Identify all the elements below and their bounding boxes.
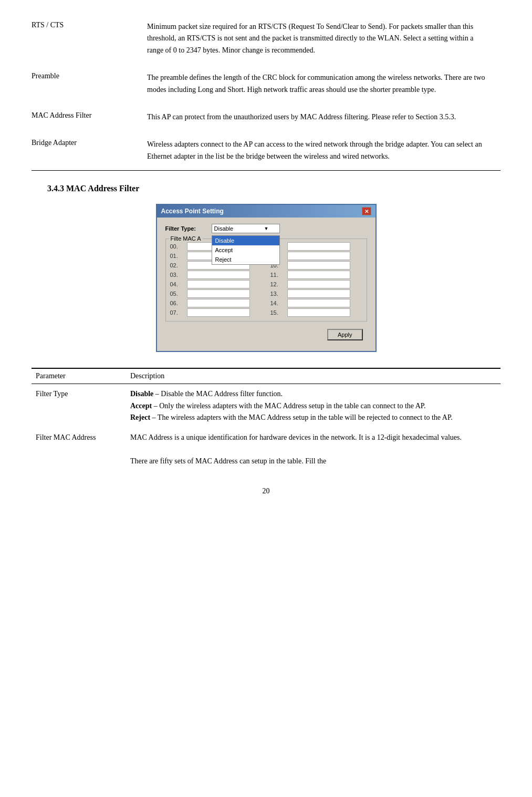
mac-label-00: 00. bbox=[170, 243, 185, 250]
filter-type-accept-bold: Accept bbox=[130, 402, 152, 410]
mac-label-03: 03. bbox=[170, 272, 185, 278]
section-heading: 3.4.3 MAC Address Filter bbox=[47, 184, 500, 193]
filter-type-accept-text: – Only the wireless adapters with the MA… bbox=[154, 402, 426, 410]
param-table-header-row: Parameter Description bbox=[32, 368, 500, 384]
mac-input-13[interactable] bbox=[287, 289, 350, 298]
mac-label-11: 11. bbox=[270, 272, 285, 278]
mac-row-09: 09. bbox=[270, 252, 362, 260]
mac-label-04: 04. bbox=[170, 281, 185, 287]
filter-type-row: Filter Type: Disable ▼ Disable Accept Re… bbox=[165, 224, 367, 233]
mac-row-13: 13. bbox=[270, 289, 362, 298]
dropdown-item-disable[interactable]: Disable bbox=[212, 236, 279, 245]
filter-type-selected-value: Disable bbox=[214, 225, 234, 232]
term-description: The preamble defines the length of the C… bbox=[147, 67, 500, 106]
filter-type-disable-text: – Disable the MAC Address filter functio… bbox=[155, 390, 283, 398]
dropdown-arrow-icon: ▼ bbox=[264, 226, 269, 231]
dialog-footer: Apply bbox=[165, 326, 367, 345]
term-row-preamble: Preamble The preamble defines the length… bbox=[32, 67, 500, 106]
param-row-filter-type: Filter Type Disable – Disable the MAC Ad… bbox=[32, 384, 500, 428]
param-col-header: Parameter bbox=[32, 368, 126, 384]
term-name: Preamble bbox=[32, 67, 147, 106]
dialog-close-button[interactable]: ✕ bbox=[362, 207, 371, 215]
mac-input-05[interactable] bbox=[187, 289, 250, 298]
mac-label-14: 14. bbox=[270, 300, 285, 306]
mac-row-05: 05. bbox=[170, 289, 262, 298]
mac-row-03: 03. bbox=[170, 271, 262, 279]
dialog-body: Filter Type: Disable ▼ Disable Accept Re… bbox=[157, 218, 375, 351]
dropdown-item-accept[interactable]: Accept bbox=[212, 245, 279, 255]
filter-type-disable-bold: Disable bbox=[130, 390, 153, 398]
filter-mac-desc-line2: There are fifty sets of MAC Address can … bbox=[130, 457, 326, 465]
desc-col-header: Description bbox=[126, 368, 500, 384]
mac-row-06: 06. bbox=[170, 299, 262, 307]
terms-table: RTS / CTS Minimum packet size required f… bbox=[32, 16, 500, 171]
param-name-filter-type: Filter Type bbox=[32, 384, 126, 428]
mac-label-05: 05. bbox=[170, 291, 185, 297]
param-name-filter-mac: Filter MAC Address bbox=[32, 428, 126, 471]
mac-row-10: 10. bbox=[270, 261, 362, 270]
term-description: This AP can protect from the unauthorize… bbox=[147, 106, 500, 133]
mac-row-08: 08. bbox=[270, 242, 362, 251]
mac-label-13: 13. bbox=[270, 291, 285, 297]
filter-type-dropdown[interactable]: Disable ▼ Disable Accept Reject bbox=[212, 224, 280, 233]
page-number: 20 bbox=[32, 487, 500, 495]
mac-input-15[interactable] bbox=[287, 308, 350, 317]
mac-label-06: 06. bbox=[170, 300, 185, 306]
param-desc-filter-type: Disable – Disable the MAC Address filter… bbox=[126, 384, 500, 428]
param-row-filter-mac: Filter MAC Address MAC Address is a uniq… bbox=[32, 428, 500, 471]
mac-label-15: 15. bbox=[270, 309, 285, 316]
mac-row-12: 12. bbox=[270, 280, 362, 288]
dialog-titlebar: Access Point Setting ✕ bbox=[157, 205, 375, 218]
mac-row-14: 14. bbox=[270, 299, 362, 307]
term-description: Wireless adapters connect to the AP can … bbox=[147, 133, 500, 170]
term-description: Minimum packet size required for an RTS/… bbox=[147, 16, 500, 67]
mac-row-15: 15. bbox=[270, 308, 362, 317]
apply-button[interactable]: Apply bbox=[327, 329, 363, 340]
mac-column-right: 08. 09. 10. bbox=[270, 242, 362, 318]
filter-type-label: Filter Type: bbox=[165, 225, 207, 232]
mac-input-09[interactable] bbox=[287, 252, 350, 260]
term-name: Bridge Adapter bbox=[32, 133, 147, 170]
mac-row-04: 04. bbox=[170, 280, 262, 288]
mac-row-07: 07. bbox=[170, 308, 262, 317]
parameter-table: Parameter Description Filter Type Disabl… bbox=[32, 368, 500, 471]
filter-type-select-display[interactable]: Disable ▼ bbox=[212, 224, 280, 233]
filter-mac-legend: Filte MAC A bbox=[169, 235, 203, 242]
term-name: RTS / CTS bbox=[32, 16, 147, 67]
mac-input-06[interactable] bbox=[187, 299, 250, 307]
dropdown-item-reject[interactable]: Reject bbox=[212, 255, 279, 264]
dropdown-list: Disable Accept Reject bbox=[212, 235, 280, 265]
filter-type-reject-text: – The wireless adapters with the MAC Add… bbox=[152, 413, 453, 421]
mac-input-07[interactable] bbox=[187, 308, 250, 317]
mac-label-02: 02. bbox=[170, 262, 185, 268]
dialog-window: Access Point Setting ✕ Filter Type: Disa… bbox=[156, 204, 377, 352]
mac-label-12: 12. bbox=[270, 281, 285, 287]
mac-input-03[interactable] bbox=[187, 271, 250, 279]
dialog-wrapper: Access Point Setting ✕ Filter Type: Disa… bbox=[32, 204, 500, 352]
mac-row-11: 11. bbox=[270, 271, 362, 279]
filter-mac-desc-line1: MAC Address is a unique identification f… bbox=[130, 433, 462, 441]
mac-input-04[interactable] bbox=[187, 280, 250, 288]
mac-input-12[interactable] bbox=[287, 280, 350, 288]
term-row-rts: RTS / CTS Minimum packet size required f… bbox=[32, 16, 500, 67]
term-name: MAC Address Filter bbox=[32, 106, 147, 133]
mac-input-10[interactable] bbox=[287, 261, 350, 270]
term-row-mac-filter: MAC Address Filter This AP can protect f… bbox=[32, 106, 500, 133]
term-row-bridge: Bridge Adapter Wireless adapters connect… bbox=[32, 133, 500, 170]
param-desc-filter-mac: MAC Address is a unique identification f… bbox=[126, 428, 500, 471]
mac-input-08[interactable] bbox=[287, 242, 350, 251]
mac-label-07: 07. bbox=[170, 309, 185, 316]
mac-input-11[interactable] bbox=[287, 271, 350, 279]
mac-label-01: 01. bbox=[170, 253, 185, 259]
mac-input-14[interactable] bbox=[287, 299, 350, 307]
filter-type-reject-bold: Reject bbox=[130, 413, 150, 421]
document-content: RTS / CTS Minimum packet size required f… bbox=[32, 16, 500, 495]
dialog-title: Access Point Setting bbox=[161, 208, 224, 215]
